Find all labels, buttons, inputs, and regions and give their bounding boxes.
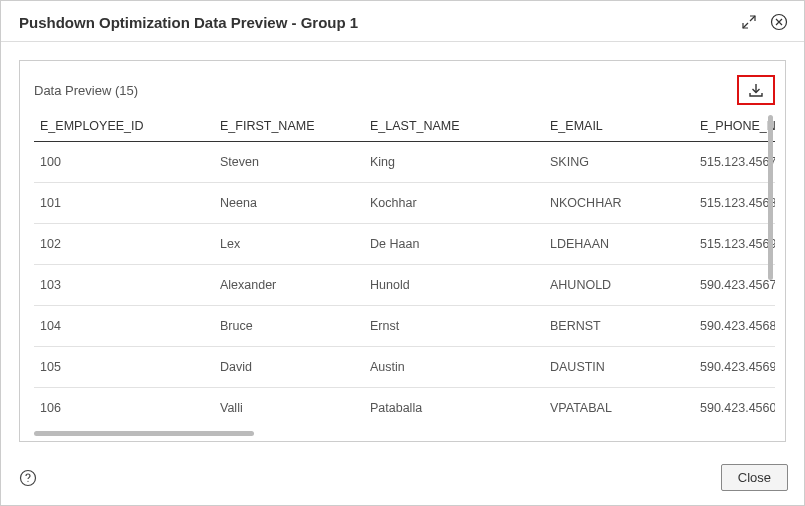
download-highlight	[737, 75, 775, 105]
horizontal-scrollbar[interactable]	[34, 431, 254, 436]
cell: 106	[34, 388, 214, 428]
cell: LDEHAAN	[544, 224, 694, 265]
col-header-employee-id[interactable]: E_EMPLOYEE_ID	[34, 111, 214, 142]
table-header-row: E_EMPLOYEE_ID E_FIRST_NAME E_LAST_NAME E…	[34, 111, 775, 142]
cell: AHUNOLD	[544, 265, 694, 306]
dialog-footer: Close	[1, 452, 804, 505]
cell: 102	[34, 224, 214, 265]
table-row[interactable]: 100StevenKingSKING515.123.4567	[34, 142, 775, 183]
dialog-body: Data Preview (15)	[1, 42, 804, 452]
cell: 515.123.4568	[694, 183, 775, 224]
table-row[interactable]: 104BruceErnstBERNST590.423.4568	[34, 306, 775, 347]
dialog: Pushdown Optimization Data Preview - Gro…	[0, 0, 805, 506]
close-icon[interactable]	[768, 11, 790, 33]
table-row[interactable]: 105DavidAustinDAUSTIN590.423.4569	[34, 347, 775, 388]
cell: 515.123.4567	[694, 142, 775, 183]
cell: 103	[34, 265, 214, 306]
dialog-header: Pushdown Optimization Data Preview - Gro…	[1, 1, 804, 42]
panel-title: Data Preview (15)	[34, 83, 737, 98]
cell: 101	[34, 183, 214, 224]
preview-panel: Data Preview (15)	[19, 60, 786, 442]
cell: Bruce	[214, 306, 364, 347]
download-icon[interactable]	[745, 79, 767, 101]
col-header-phone[interactable]: E_PHONE_NUMBER	[694, 111, 775, 142]
dialog-title: Pushdown Optimization Data Preview - Gro…	[19, 14, 730, 31]
hscroll-area	[20, 427, 785, 441]
cell: 104	[34, 306, 214, 347]
cell: Pataballa	[364, 388, 544, 428]
cell: 590.423.4569	[694, 347, 775, 388]
cell: Alexander	[214, 265, 364, 306]
cell: Ernst	[364, 306, 544, 347]
cell: NKOCHHAR	[544, 183, 694, 224]
table-row[interactable]: 106ValliPataballaVPATABAL590.423.4560	[34, 388, 775, 428]
expand-icon[interactable]	[738, 11, 760, 33]
col-header-last-name[interactable]: E_LAST_NAME	[364, 111, 544, 142]
cell: David	[214, 347, 364, 388]
cell: VPATABAL	[544, 388, 694, 428]
col-header-first-name[interactable]: E_FIRST_NAME	[214, 111, 364, 142]
cell: BERNST	[544, 306, 694, 347]
col-header-email[interactable]: E_EMAIL	[544, 111, 694, 142]
cell: Hunold	[364, 265, 544, 306]
cell: Kochhar	[364, 183, 544, 224]
table-row[interactable]: 103AlexanderHunoldAHUNOLD590.423.4567	[34, 265, 775, 306]
data-table: E_EMPLOYEE_ID E_FIRST_NAME E_LAST_NAME E…	[34, 111, 775, 427]
cell: SKING	[544, 142, 694, 183]
cell: King	[364, 142, 544, 183]
cell: Lex	[214, 224, 364, 265]
cell: 105	[34, 347, 214, 388]
cell: De Haan	[364, 224, 544, 265]
cell: 100	[34, 142, 214, 183]
cell: Valli	[214, 388, 364, 428]
table-wrap: E_EMPLOYEE_ID E_FIRST_NAME E_LAST_NAME E…	[20, 111, 785, 427]
table-scroll[interactable]: E_EMPLOYEE_ID E_FIRST_NAME E_LAST_NAME E…	[34, 111, 775, 427]
vertical-scrollbar[interactable]	[768, 115, 773, 280]
cell: Steven	[214, 142, 364, 183]
cell: Neena	[214, 183, 364, 224]
svg-point-2	[27, 480, 28, 481]
table-row[interactable]: 101NeenaKochharNKOCHHAR515.123.4568	[34, 183, 775, 224]
cell: DAUSTIN	[544, 347, 694, 388]
cell: 590.423.4567	[694, 265, 775, 306]
close-button[interactable]: Close	[721, 464, 788, 491]
panel-header: Data Preview (15)	[20, 61, 785, 111]
help-icon[interactable]	[17, 467, 39, 489]
cell: 590.423.4568	[694, 306, 775, 347]
cell: 515.123.4569	[694, 224, 775, 265]
table-row[interactable]: 102LexDe HaanLDEHAAN515.123.4569	[34, 224, 775, 265]
cell: 590.423.4560	[694, 388, 775, 428]
cell: Austin	[364, 347, 544, 388]
